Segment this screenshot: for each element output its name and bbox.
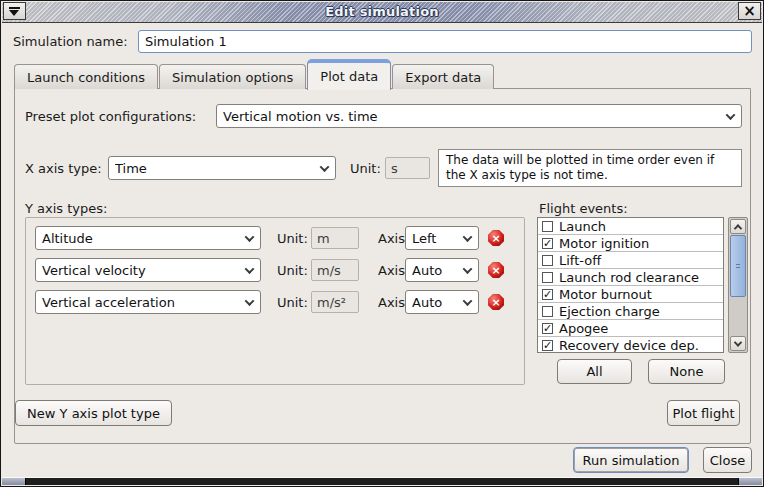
checkbox[interactable]: ✓ [542, 289, 553, 300]
time-order-note: The data will be plotted in time order e… [438, 149, 742, 187]
checkbox[interactable] [542, 272, 553, 283]
plot-flight-button[interactable]: Plot flight [667, 400, 740, 426]
y-unit-label-1: Unit: [277, 231, 308, 246]
y-axis-type-select-3[interactable]: Vertical acceleration [35, 290, 261, 314]
all-button[interactable]: All [557, 359, 632, 384]
preset-config-label: Preset plot configurations: [25, 109, 196, 124]
tab-plot-data[interactable]: Plot data [307, 59, 391, 90]
checkbox[interactable]: ✓ [542, 238, 553, 249]
list-item[interactable]: Ejection charge [538, 303, 723, 320]
y-axis-side-select-1[interactable]: Left [405, 226, 479, 250]
y-unit-value-2: m/s [311, 259, 359, 281]
checkbox[interactable] [542, 306, 553, 317]
window-menu-icon [9, 7, 20, 16]
tab-bar: Launch conditions Simulation options Plo… [14, 58, 495, 89]
chevron-down-icon [238, 291, 260, 313]
scrollbar-thumb[interactable] [730, 235, 746, 297]
titlebar[interactable]: Edit simulation [2, 2, 762, 23]
window-close-button[interactable]: × [738, 2, 761, 20]
close-button[interactable]: Close [703, 447, 752, 473]
window-bottom-frame[interactable] [2, 477, 762, 485]
close-icon: × [743, 4, 756, 19]
x-axis-type-value: Time [115, 161, 313, 176]
list-item[interactable]: ✓ Motor ignition [538, 235, 723, 252]
list-item[interactable]: Lift-off [538, 252, 723, 269]
window-menu-button[interactable] [3, 2, 26, 20]
simulation-name-input[interactable]: Simulation 1 [138, 30, 752, 53]
resize-corner-left[interactable] [2, 478, 26, 485]
edit-simulation-dialog: Edit simulation × Simulation name: Simul… [0, 0, 764, 487]
x-axis-type-label: X axis type: [25, 161, 102, 176]
chevron-down-icon [456, 291, 478, 313]
scroll-down-button[interactable] [730, 336, 746, 351]
simulation-name-value: Simulation 1 [145, 34, 227, 49]
chevron-down-icon [313, 157, 335, 179]
y-axis-side-select-3[interactable]: Auto [405, 290, 479, 314]
checkbox[interactable] [542, 255, 553, 266]
chevron-down-icon [456, 259, 478, 281]
x-axis-unit-value: s [385, 157, 430, 179]
tab-export-data[interactable]: Export data [392, 64, 494, 89]
resize-corner-right[interactable] [738, 478, 762, 485]
y-unit-value-3: m/s² [311, 291, 359, 313]
list-item[interactable]: ✓ Motor burnout [538, 286, 723, 303]
window-title: Edit simulation [2, 4, 762, 19]
simulation-name-label: Simulation name: [13, 34, 128, 49]
chevron-down-icon [719, 105, 741, 127]
y-axis-type-select-2[interactable]: Vertical velocity [35, 258, 261, 282]
x-axis-unit-label: Unit: [350, 161, 381, 176]
y-unit-label-2: Unit: [277, 263, 308, 278]
preset-config-select[interactable]: Vertical motion vs. time [216, 104, 742, 128]
tab-simulation-options[interactable]: Simulation options [159, 64, 306, 89]
list-item[interactable]: ✓ Recovery device dep. [538, 337, 723, 353]
list-item[interactable]: Launch rod clearance [538, 269, 723, 286]
chevron-down-icon [238, 227, 260, 249]
run-simulation-button[interactable]: Run simulation [573, 447, 689, 473]
y-axis-type-select-1[interactable]: Altitude [35, 226, 261, 250]
flight-events-list: Launch ✓ Motor ignition Lift-off Launch … [537, 217, 724, 353]
flight-events-label: Flight events: [539, 201, 628, 216]
thumb-grip-icon [736, 264, 740, 270]
y-unit-label-3: Unit: [277, 295, 308, 310]
y-axis-side-select-2[interactable]: Auto [405, 258, 479, 282]
list-item[interactable]: ✓ Apogee [538, 320, 723, 337]
scroll-up-button[interactable] [730, 219, 746, 234]
y-unit-value-1: m [311, 227, 359, 249]
tab-launch-conditions[interactable]: Launch conditions [14, 64, 158, 89]
chevron-down-icon [456, 227, 478, 249]
new-y-axis-plot-type-button[interactable]: New Y axis plot type [15, 400, 172, 426]
x-axis-type-select[interactable]: Time [108, 156, 336, 180]
chevron-up-icon [734, 224, 742, 232]
y-axis-types-label: Y axis types: [25, 201, 107, 216]
chevron-down-icon [238, 259, 260, 281]
checkbox[interactable] [542, 221, 553, 232]
preset-config-value: Vertical motion vs. time [223, 109, 719, 124]
flight-events-scrollbar[interactable] [728, 217, 748, 353]
list-item[interactable]: Launch [538, 218, 723, 235]
checkbox[interactable]: ✓ [542, 323, 553, 334]
none-button[interactable]: None [648, 359, 725, 384]
chevron-down-icon [734, 338, 742, 346]
checkbox[interactable]: ✓ [542, 340, 553, 351]
